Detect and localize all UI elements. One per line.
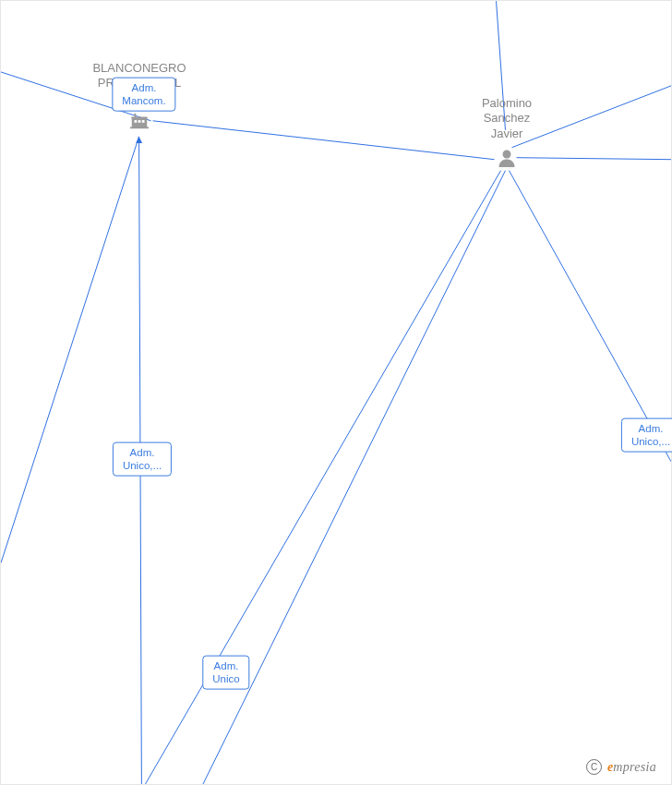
svg-marker-16: [131, 116, 148, 118]
edge-label-unico-3: Adm. Unico,...: [621, 418, 672, 453]
svg-rect-13: [138, 120, 141, 123]
svg-point-17: [503, 151, 511, 159]
svg-line-0: [1, 137, 139, 563]
svg-rect-12: [135, 120, 138, 123]
copyright-icon: C: [586, 759, 602, 775]
svg-rect-11: [130, 127, 149, 128]
svg-line-5: [516, 158, 671, 160]
svg-line-7: [180, 171, 505, 784]
svg-line-4: [511, 86, 671, 148]
edge-label-unico-1: Adm. Unico,...: [113, 442, 172, 477]
svg-rect-14: [142, 120, 145, 123]
svg-line-8: [119, 171, 501, 784]
brand-rest: mpresia: [613, 760, 656, 774]
person-icon[interactable]: [496, 147, 518, 173]
svg-line-3: [153, 121, 495, 160]
edge-label-unico-2: Adm. Unico: [202, 656, 249, 690]
graph-canvas[interactable]: BLANCONEGRO PROPERTY SL Palomino Sanchez…: [0, 0, 672, 785]
brand-watermark: C empresia: [586, 759, 656, 775]
node-label-person[interactable]: Palomino Sanchez Javier: [482, 96, 532, 141]
edge-label-mancom: Adm. Mancom.: [112, 78, 175, 112]
building-icon[interactable]: [129, 111, 150, 135]
edges-layer: [1, 1, 671, 784]
